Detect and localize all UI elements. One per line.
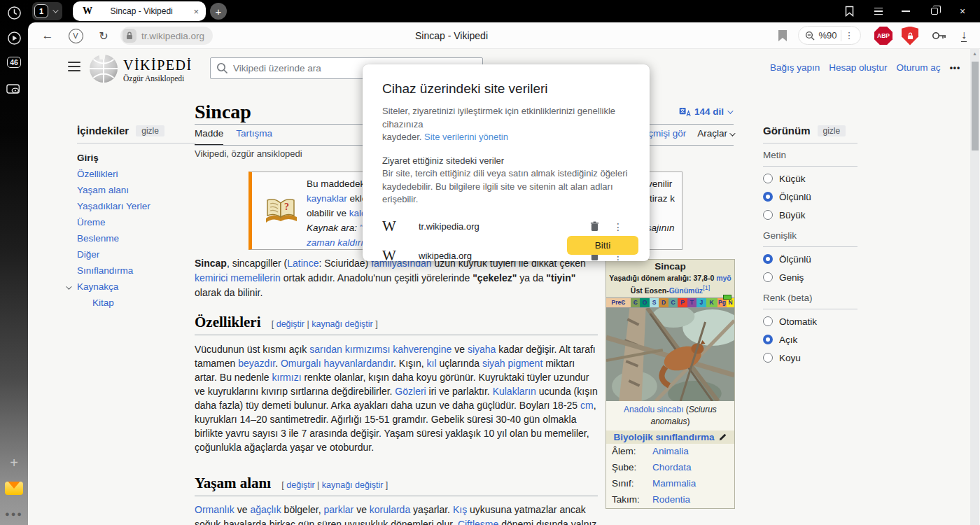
inline-link[interactable]: Omurgalı hayvanlardandır [281, 358, 393, 369]
edit-links[interactable]: [ değiştir | kaynağı değiştir ] [281, 475, 388, 491]
protect-shield-icon[interactable] [900, 22, 920, 49]
site-options-icon[interactable]: ⋮ [606, 221, 630, 232]
login-link[interactable]: Oturum aç [897, 62, 941, 73]
workspace-switcher[interactable]: 1 [32, 2, 62, 20]
language-button[interactable]: 144 dil [679, 106, 743, 117]
back-icon[interactable]: ← [39, 22, 56, 49]
inline-link[interactable]: kaynağı değiştir [312, 319, 373, 329]
manage-site-data-link[interactable]: Site verilerini yönetin [424, 132, 508, 142]
new-tab-button[interactable]: + [210, 3, 227, 20]
minimize-icon[interactable] [898, 0, 913, 22]
bookmark-icon[interactable] [776, 22, 790, 49]
toc-item-kitap[interactable]: Kitap [77, 295, 196, 311]
browser-logo-icon[interactable]: V [67, 22, 84, 49]
toc-item-ozellikleri[interactable]: Özellikleri [77, 166, 196, 182]
hamburger-menu-icon[interactable] [68, 62, 80, 71]
toc-item-yasadiklari-yerler[interactable]: Yaşadıkları Yerler [77, 198, 196, 214]
appearance-hide-button[interactable]: gizle [818, 125, 846, 136]
menu-icon[interactable] [871, 0, 886, 22]
squirrel-photo[interactable] [606, 308, 734, 401]
toc-item-ureme[interactable]: Üreme [77, 214, 196, 230]
inline-link[interactable]: kaynağı değiştir [322, 480, 384, 490]
inline-link[interactable]: siyaha [468, 344, 496, 355]
address-bar[interactable]: tr.wikipedia.org [120, 27, 213, 45]
chevron-down-icon[interactable] [66, 284, 71, 289]
mail-icon[interactable] [0, 482, 28, 495]
create-account-link[interactable]: Hesap oluştur [829, 62, 887, 73]
toc-item-kaynakca[interactable]: Kaynakça [77, 279, 196, 295]
more-icon[interactable]: ••• [950, 63, 961, 73]
toc-item-beslenme[interactable]: Beslenme [77, 230, 196, 246]
taxon-link[interactable]: Chordata [652, 461, 692, 474]
adblock-extension-icon[interactable]: ABP [874, 22, 893, 49]
radio-option-kucuk[interactable]: Küçük [763, 169, 858, 188]
tab-counter-badge[interactable]: 46 [0, 57, 28, 68]
inline-link[interactable]: Kış [453, 504, 467, 515]
inline-link[interactable]: Kulakların [493, 386, 536, 397]
download-icon[interactable]: ↓ [955, 22, 973, 49]
toc-hide-button[interactable]: gizle [136, 125, 164, 136]
zoom-menu-icon[interactable]: ⋮ [845, 30, 854, 41]
toc-item-siniflandirma[interactable]: Sınıflandırma [77, 262, 196, 279]
taxon-link[interactable]: Rodentia [652, 493, 690, 506]
edit-links[interactable]: [ değiştir | kaynağı değiştir ] [272, 314, 378, 330]
radio-option-genis[interactable]: Geniş [763, 268, 858, 286]
play-panel-icon[interactable] [0, 31, 28, 46]
sidebar-more-icon[interactable]: ●●● [0, 510, 28, 518]
tools-menu[interactable]: Araçlar [697, 128, 734, 139]
inline-link[interactable]: Latince [287, 258, 318, 269]
inline-link[interactable]: korularda [370, 504, 410, 515]
wikipedia-logo[interactable] [88, 53, 119, 86]
wikipedia-wordmark[interactable]: VİKİPEDİ Özgür Ansiklopedi [123, 57, 192, 83]
inline-link[interactable]: sarıdan kırmızımsı kahverengine [309, 344, 451, 355]
toc-item-giris[interactable]: Giriş [77, 150, 196, 166]
inline-link[interactable]: Çiftleşme [458, 519, 498, 525]
inline-link[interactable]: Günümüz [669, 286, 703, 295]
edit-pencil-icon[interactable] [719, 433, 727, 441]
radio-option-olcunlu-width[interactable]: Ölçünlü [763, 250, 858, 268]
donate-link[interactable]: Bağış yapın [770, 62, 820, 73]
delete-site-icon[interactable] [582, 221, 606, 232]
scrollbar-thumb[interactable] [972, 62, 979, 150]
inline-link[interactable]: kıl [427, 358, 437, 369]
inline-link[interactable]: myö [714, 274, 732, 282]
scroll-up-icon[interactable]: ▲ [970, 51, 979, 56]
inline-link[interactable]: ağaçlık [250, 504, 281, 515]
radio-option-otomatik[interactable]: Otomatik [763, 312, 858, 330]
inline-link[interactable]: değiştir [286, 480, 314, 490]
tab-close-icon[interactable]: × [193, 6, 199, 17]
inline-link[interactable]: Ormanlık [195, 504, 234, 515]
radio-option-buyuk[interactable]: Büyük [763, 206, 858, 224]
zoom-control[interactable]: %90 ⋮ [798, 26, 861, 45]
inline-link[interactable]: Gözleri [395, 386, 426, 397]
inline-link[interactable]: kırmızı [272, 372, 302, 383]
inline-link[interactable]: değiştir [276, 319, 304, 329]
page-scrollbar[interactable]: ▲ [970, 49, 979, 525]
inline-link[interactable]: parklar [323, 504, 354, 515]
inline-link[interactable]: siyah pigment [482, 358, 542, 369]
toc-item-yasam-alani[interactable]: Yaşam alanı [77, 182, 196, 198]
password-key-icon[interactable] [930, 22, 949, 49]
tab-talk[interactable]: Tartışma [236, 128, 272, 145]
screenshot-icon[interactable] [0, 83, 28, 95]
radio-option-olcunlu-text[interactable]: Ölçünlü [763, 188, 858, 206]
restore-icon[interactable] [927, 0, 942, 22]
done-button[interactable]: Bitti [567, 236, 638, 255]
inline-link[interactable]: kemirici memelilerin [195, 272, 281, 284]
inline-link[interactable]: [1] [703, 284, 710, 291]
panel-bookmark-icon[interactable] [841, 0, 857, 22]
close-icon[interactable]: × [955, 0, 970, 22]
taxon-link[interactable]: Mammalia [652, 477, 696, 490]
inline-link[interactable]: kaynaklar [307, 193, 347, 204]
radio-option-acik[interactable]: Açık [763, 330, 858, 349]
reload-icon[interactable]: ↻ [95, 22, 112, 49]
inline-link[interactable]: beyazdır [238, 358, 275, 369]
inline-link[interactable]: Anadolu sincabı [624, 405, 683, 414]
tab-article[interactable]: Madde [195, 128, 223, 145]
radio-option-koyu[interactable]: Koyu [763, 349, 858, 367]
sidebar-add-icon[interactable]: + [0, 455, 28, 471]
toc-item-diger[interactable]: Diğer [77, 246, 196, 262]
history-clock-icon[interactable] [0, 6, 28, 20]
active-tab[interactable]: W Sincap - Vikipedi × [73, 1, 206, 21]
inline-link[interactable]: cm [580, 400, 594, 411]
